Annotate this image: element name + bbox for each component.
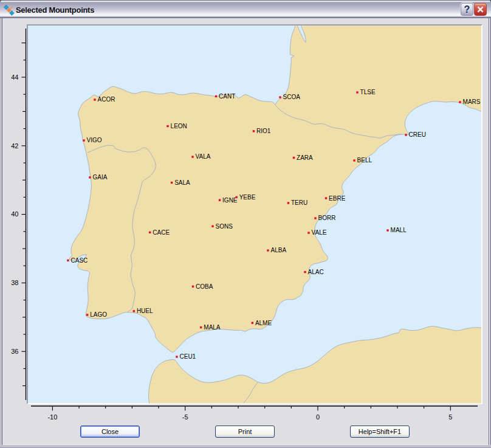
- svg-text:ACOR: ACOR: [98, 96, 115, 103]
- svg-text:5: 5: [448, 413, 452, 421]
- svg-text:42: 42: [11, 142, 18, 150]
- svg-text:COBA: COBA: [196, 283, 213, 290]
- svg-text:36: 36: [11, 348, 18, 355]
- svg-text:SALA: SALA: [174, 179, 190, 186]
- svg-text:ALBA: ALBA: [271, 247, 287, 253]
- svg-text:ZARA: ZARA: [297, 154, 313, 161]
- svg-text:CASC: CASC: [71, 257, 88, 264]
- svg-text:CANT: CANT: [219, 93, 235, 100]
- svg-text:44: 44: [11, 74, 18, 81]
- svg-text:38: 38: [11, 279, 18, 286]
- svg-text:VIGO: VIGO: [87, 137, 102, 143]
- svg-text:SONS: SONS: [216, 223, 233, 230]
- svg-text:MALA: MALA: [204, 324, 221, 331]
- svg-text:-5: -5: [182, 413, 188, 421]
- svg-text:-10: -10: [47, 413, 57, 421]
- svg-text:YEBE: YEBE: [239, 194, 256, 201]
- svg-text:MARS: MARS: [463, 98, 481, 105]
- svg-text:BELL: BELL: [357, 157, 373, 164]
- svg-text:TERU: TERU: [291, 199, 307, 206]
- svg-text:LEON: LEON: [171, 123, 187, 129]
- svg-text:BORR: BORR: [318, 215, 336, 221]
- svg-text:CACE: CACE: [153, 229, 170, 236]
- svg-text:EBRE: EBRE: [329, 195, 346, 202]
- svg-text:VALE: VALE: [312, 229, 327, 236]
- svg-text:ALME: ALME: [255, 320, 272, 326]
- svg-text:ALAC: ALAC: [308, 269, 324, 275]
- svg-text:CEU1: CEU1: [180, 353, 196, 360]
- svg-text:GAIA: GAIA: [93, 174, 108, 181]
- svg-text:TLSE: TLSE: [360, 89, 376, 95]
- svg-text:SCOA: SCOA: [283, 94, 301, 100]
- svg-text:CREU: CREU: [409, 131, 426, 138]
- svg-text:VALA: VALA: [196, 153, 211, 160]
- svg-text:0: 0: [316, 413, 320, 421]
- svg-text:LAGO: LAGO: [90, 311, 107, 318]
- svg-text:HUEL: HUEL: [137, 308, 153, 314]
- svg-text:RIO1: RIO1: [256, 128, 271, 134]
- svg-text:40: 40: [11, 210, 18, 218]
- svg-text:IGNE: IGNE: [222, 197, 238, 204]
- svg-text:MALL: MALL: [391, 227, 407, 233]
